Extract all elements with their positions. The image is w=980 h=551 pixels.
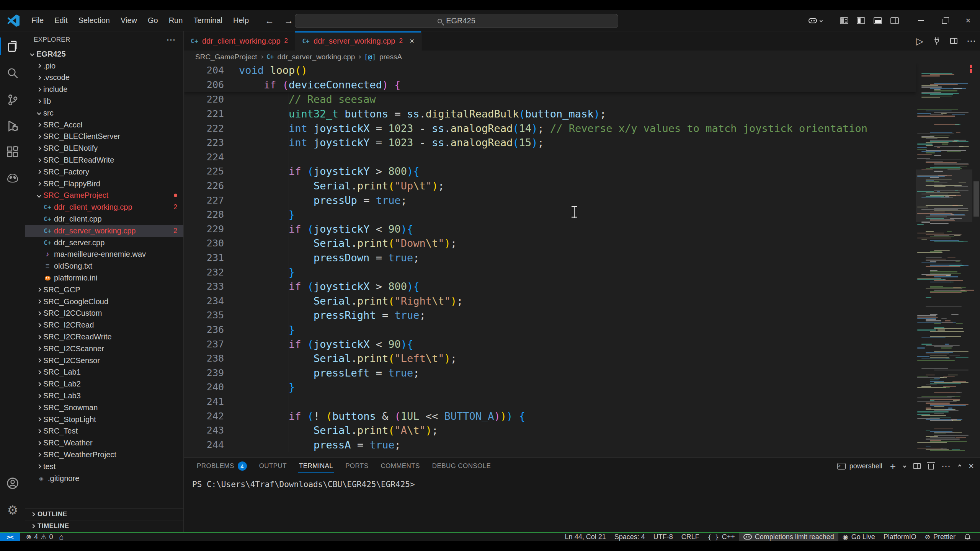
panel-tab-output[interactable]: OUTPUT <box>254 458 292 474</box>
panel-tab-debug-console[interactable]: DEBUG CONSOLE <box>427 458 497 474</box>
breadcrumb-symbol[interactable]: pressA <box>379 53 402 61</box>
explorer-item-src-i2ccustom[interactable]: SRC_I2CCustom <box>25 308 183 320</box>
explorer-item-src-snowman[interactable]: SRC_Snowman <box>25 402 183 414</box>
explorer-item-src-factory[interactable]: SRC_Factory <box>25 166 183 178</box>
close-panel-icon[interactable]: × <box>969 461 974 471</box>
status-spaces-4[interactable]: Spaces: 4 <box>610 533 649 541</box>
panel-tab-problems[interactable]: PROBLEMS4 <box>191 458 252 474</box>
menu-terminal[interactable]: Terminal <box>188 10 228 31</box>
sidebar-item-run-debug[interactable] <box>0 113 25 139</box>
explorer-item-src-gameproject[interactable]: SRC_GameProject <box>25 190 183 202</box>
explorer-item-lib[interactable]: lib <box>25 95 183 107</box>
menu-file[interactable]: File <box>26 10 49 31</box>
tab-ddr-server-working-cpp[interactable]: C+ddr_server_working.cpp2× <box>295 31 421 51</box>
settings-button[interactable]: ⚙ <box>0 497 25 523</box>
menu-edit[interactable]: Edit <box>49 10 73 31</box>
sidebar-item-search[interactable] <box>0 60 25 86</box>
explorer-more-actions-icon[interactable]: ⋯ <box>167 34 176 45</box>
explorer-item-gitignore[interactable]: ◈.gitignore <box>25 473 183 484</box>
explorer-item-src-blenotify[interactable]: SRC_BLENotify <box>25 142 183 154</box>
panel-tab-terminal[interactable]: TERMINAL <box>294 458 338 474</box>
explorer-item-src-i2cread[interactable]: SRC_I2CRead <box>25 319 183 331</box>
kill-terminal-icon[interactable] <box>928 464 934 470</box>
explorer-item-ddr-server-cpp[interactable]: C+ddr_server.cpp <box>25 237 183 249</box>
new-terminal-icon[interactable]: + <box>890 460 896 472</box>
problems-status[interactable]: ⊗ 4 ⚠ 0 <box>26 533 53 541</box>
customize-layout-icon[interactable] <box>840 17 848 24</box>
split-editor-icon[interactable] <box>950 38 957 44</box>
terminal-shell-label[interactable]: powershell <box>849 462 882 470</box>
panel-tab-comments[interactable]: COMMENTS <box>375 458 425 474</box>
explorer-item-src-test[interactable]: SRC_Test <box>25 425 183 437</box>
explorer-item-pio[interactable]: .pio <box>25 60 183 72</box>
minimap-slider[interactable] <box>916 170 972 222</box>
code-editor[interactable]: 220 // Read seesaw221 uint32_t buttons =… <box>184 63 980 457</box>
plug-icon[interactable] <box>933 37 941 45</box>
home-status[interactable]: ⌂ <box>59 533 64 541</box>
status-completions-limit-reached[interactable]: Completions limit reached <box>739 533 838 541</box>
explorer-item-platformio-ini[interactable]: platformio.ini <box>25 272 183 284</box>
explorer-item-src-flappybird[interactable]: SRC_FlappyBird <box>25 178 183 190</box>
explorer-item-ddr-server-working-cpp[interactable]: C+ddr_server_working.cpp2 <box>25 225 183 237</box>
explorer-item-src-accel[interactable]: SRC_Accel <box>25 119 183 131</box>
sidebar-item-explorer[interactable] <box>0 34 25 59</box>
explorer-item-src-lab1[interactable]: SRC_Lab1 <box>25 367 183 378</box>
remote-indicator[interactable]: >< <box>0 533 20 541</box>
explorer-item-egr425[interactable]: EGR425 <box>25 48 183 60</box>
forward-arrow-icon[interactable]: → <box>284 15 293 26</box>
explorer-item-src-i2cscanner[interactable]: SRC_I2CScanner <box>25 343 183 355</box>
tab-ddr-client-working-cpp[interactable]: C+ddr_client_working.cpp2 <box>184 31 295 51</box>
status-go-live[interactable]: ◉Go Live <box>838 533 879 541</box>
panel-more-actions-icon[interactable]: ⋯ <box>941 461 951 471</box>
menu-help[interactable]: Help <box>228 10 254 31</box>
panel-tab-ports[interactable]: PORTS <box>340 458 374 474</box>
explorer-item-src-i2csensor[interactable]: SRC_I2CSensor <box>25 355 183 367</box>
menu-view[interactable]: View <box>115 10 142 31</box>
status-prettier[interactable]: ⊘Prettier <box>921 533 960 541</box>
toggle-panel-icon[interactable] <box>874 17 882 24</box>
menu-selection[interactable]: Selection <box>73 10 115 31</box>
terminal-profile-chevron-icon[interactable] <box>903 465 906 468</box>
restore-button[interactable] <box>933 10 956 31</box>
explorer-item-src[interactable]: src <box>25 107 183 119</box>
explorer-item-oldsong-txt[interactable]: ≡oldSong.txt <box>25 260 183 272</box>
maximize-panel-icon[interactable] <box>958 465 961 468</box>
close-tab-icon[interactable]: × <box>410 36 414 46</box>
terminal-prompt[interactable]: PS C:\Users\4Traf\Downloads\CBU\EGR425\E… <box>192 480 415 489</box>
explorer-item-src-blereadwrite[interactable]: SRC_BLEReadWrite <box>25 154 183 166</box>
sidebar-item-source-control[interactable] <box>0 87 25 112</box>
menu-run[interactable]: Run <box>163 10 188 31</box>
explorer-item-src-weather[interactable]: SRC_Weather <box>25 437 183 449</box>
copilot-menu[interactable] <box>808 18 822 23</box>
sidebar-item-extensions[interactable] <box>0 139 25 165</box>
command-center-search[interactable]: EGR425 <box>295 14 618 28</box>
status-c[interactable]: { }C++ <box>704 533 739 541</box>
status-ln-44-col-21[interactable]: Ln 44, Col 21 <box>561 533 610 541</box>
explorer-item-test[interactable]: test <box>25 461 183 473</box>
explorer-item-src-bleclientserver[interactable]: SRC_BLEClientServer <box>25 131 183 143</box>
status-platformio[interactable]: PlatformIO <box>879 533 921 541</box>
editor-more-actions-icon[interactable]: ⋯ <box>967 36 976 46</box>
menu-go[interactable]: Go <box>142 10 163 31</box>
section-timeline[interactable]: TIMELINE <box>25 520 183 532</box>
toggle-sidebar-icon[interactable] <box>857 17 865 24</box>
back-arrow-icon[interactable]: ← <box>265 15 274 26</box>
split-terminal-icon[interactable] <box>913 463 921 469</box>
toggle-secondary-sidebar-icon[interactable] <box>890 17 899 24</box>
explorer-item-src-weatherproject[interactable]: SRC_WeatherProject <box>25 449 183 461</box>
section-outline[interactable]: OUTLINE <box>25 508 183 520</box>
sidebar-item-platformio[interactable] <box>0 165 25 191</box>
notifications-bell[interactable] <box>960 533 975 541</box>
minimap[interactable] <box>916 63 972 457</box>
breadcrumb-item-ddr-server-working-cpp[interactable]: ddr_server_working.cpp <box>278 53 355 61</box>
explorer-item-include[interactable]: include <box>25 83 183 95</box>
breadcrumb-item-src-gameproject[interactable]: SRC_GameProject <box>195 53 257 61</box>
explorer-item-ma-meilleure-ennemie-wav[interactable]: ♪ma-meilleure-ennemie.wav <box>25 249 183 261</box>
explorer-item-ddr-client-cpp[interactable]: C+ddr_client.cpp <box>25 213 183 225</box>
minimize-button[interactable] <box>909 10 933 31</box>
explorer-item-src-lab2[interactable]: SRC_Lab2 <box>25 378 183 390</box>
editor-scrollbar[interactable] <box>972 63 980 457</box>
status-utf-8[interactable]: UTF-8 <box>649 533 677 541</box>
explorer-item-src-gcp[interactable]: SRC_GCP <box>25 284 183 296</box>
accounts-button[interactable] <box>0 471 25 496</box>
